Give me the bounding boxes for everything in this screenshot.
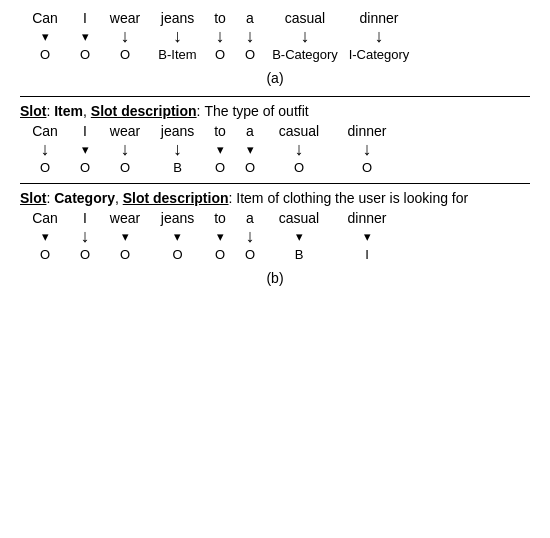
arrow-cell: ▾	[235, 142, 265, 157]
word-cell: wear	[100, 10, 150, 26]
tag-cell: O	[20, 247, 70, 262]
word-row-b1: CanIwearjeanstoacasualdinner	[20, 123, 401, 139]
arrow-symbol: ▾	[174, 229, 181, 244]
arrow-cell: ▾	[20, 229, 70, 244]
arrow-row-b1: ↓▾↓↓▾▾↓↓	[20, 139, 401, 160]
arrow-cell: ↓	[100, 26, 150, 47]
slot1-section: Slot: Item, Slot description: The type o…	[20, 96, 530, 175]
arrow-cell: ▾	[20, 29, 70, 44]
section-a-label: (a)	[20, 70, 530, 86]
tag-text: B	[295, 247, 304, 262]
word-cell: I	[70, 210, 100, 226]
arrow-cell: ↓	[150, 139, 205, 160]
arrow-symbol: ▾	[82, 29, 89, 44]
word-text: casual	[285, 10, 325, 26]
word-cell: wear	[100, 210, 150, 226]
diagram-b1: CanIwearjeanstoacasualdinner ↓▾↓↓▾▾↓↓ OO…	[20, 123, 530, 175]
tag-text: I-Category	[349, 47, 410, 62]
arrow-symbol: ↓	[121, 139, 130, 160]
word-text: to	[214, 210, 226, 226]
word-text: casual	[279, 123, 319, 139]
arrow-cell: ↓	[235, 26, 265, 47]
word-cell: dinner	[333, 210, 401, 226]
word-cell: jeans	[150, 123, 205, 139]
word-text: casual	[279, 210, 319, 226]
tag-text: B-Item	[158, 47, 196, 62]
arrow-cell: ▾	[205, 229, 235, 244]
word-text: to	[214, 10, 226, 26]
arrow-symbol: ▾	[296, 229, 303, 244]
tag-text: O	[245, 160, 255, 175]
word-cell: casual	[265, 10, 345, 26]
word-text: wear	[110, 10, 140, 26]
slot2-key: Slot	[20, 190, 46, 206]
word-cell: to	[205, 210, 235, 226]
arrow-cell: ▾	[100, 229, 150, 244]
slot2-label-line: Slot: Category, Slot description: Item o…	[20, 190, 530, 206]
word-text: to	[214, 123, 226, 139]
word-row-a: CanIwearjeanstoacasualdinner	[20, 10, 413, 26]
tag-cell: O	[235, 47, 265, 62]
arrow-cell: ↓	[265, 26, 345, 47]
arrow-cell: ↓	[70, 226, 100, 247]
tag-cell: I-Category	[345, 47, 413, 62]
arrow-symbol: ▾	[82, 142, 89, 157]
arrow-symbol: ↓	[41, 139, 50, 160]
tag-cell: O	[70, 47, 100, 62]
arrow-symbol: ▾	[217, 229, 224, 244]
arrow-symbol: ↓	[375, 26, 384, 47]
tag-text: O	[80, 160, 90, 175]
tag-cell: O	[333, 160, 401, 175]
word-text: Can	[32, 210, 58, 226]
word-text: I	[83, 10, 87, 26]
arrow-cell: ↓	[235, 226, 265, 247]
tag-text: O	[80, 247, 90, 262]
tag-row-a: OOOB-ItemOOB-CategoryI-Category	[20, 47, 413, 62]
word-text: jeans	[161, 123, 194, 139]
section-b-label: (b)	[20, 270, 530, 286]
tag-text: O	[172, 247, 182, 262]
tag-cell: B	[150, 160, 205, 175]
slot1-key: Slot	[20, 103, 46, 119]
tag-cell: B-Item	[150, 47, 205, 62]
arrow-cell: ▾	[70, 142, 100, 157]
tag-text: O	[215, 47, 225, 62]
tag-cell: O	[205, 160, 235, 175]
arrow-cell: ↓	[265, 139, 333, 160]
divider-1	[20, 96, 530, 97]
tag-cell: O	[205, 247, 235, 262]
arrow-cell: ↓	[20, 139, 70, 160]
tag-text: O	[80, 47, 90, 62]
tag-cell: O	[235, 247, 265, 262]
tag-cell: O	[100, 47, 150, 62]
tag-row-b1: OOOBOOOO	[20, 160, 401, 175]
arrow-symbol: ▾	[42, 29, 49, 44]
slot2-colon: :	[46, 190, 50, 206]
word-cell: I	[70, 123, 100, 139]
word-text: dinner	[348, 210, 387, 226]
arrow-row-b2: ▾↓▾▾▾↓▾▾	[20, 226, 401, 247]
word-text: I	[83, 210, 87, 226]
arrow-symbol: ↓	[246, 26, 255, 47]
tag-cell: O	[265, 160, 333, 175]
tag-cell: O	[70, 247, 100, 262]
arrow-symbol: ↓	[295, 139, 304, 160]
word-cell: to	[205, 10, 235, 26]
tag-text: O	[120, 47, 130, 62]
tag-text: O	[40, 160, 50, 175]
arrow-symbol: ▾	[42, 229, 49, 244]
slot2-val: Category	[54, 190, 115, 206]
word-row-b2: CanIwearjeanstoacasualdinner	[20, 210, 401, 226]
tag-text: O	[120, 247, 130, 262]
tag-cell: O	[100, 160, 150, 175]
word-cell: jeans	[150, 10, 205, 26]
arrow-symbol: ↓	[173, 26, 182, 47]
slot2-section: Slot: Category, Slot description: Item o…	[20, 183, 530, 262]
word-cell: I	[70, 10, 100, 26]
word-cell: casual	[265, 210, 333, 226]
slot1-val: Item	[54, 103, 83, 119]
tag-cell: O	[70, 160, 100, 175]
tag-text: O	[120, 160, 130, 175]
section-a: CanIwearjeanstoacasualdinner ▾▾↓↓↓↓↓↓ OO…	[20, 10, 530, 86]
arrow-symbol: ↓	[173, 139, 182, 160]
